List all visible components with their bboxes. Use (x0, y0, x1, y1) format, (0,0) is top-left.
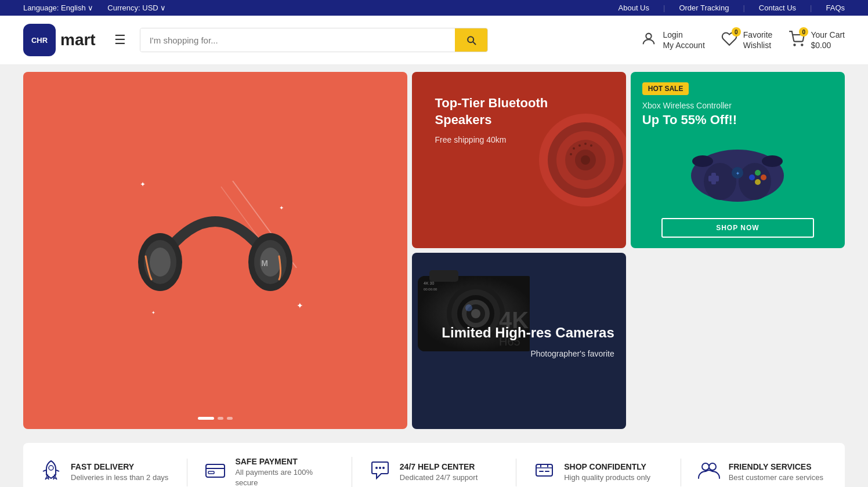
svg-point-34 (749, 175, 755, 180)
svg-text:4K 30: 4K 30 (424, 281, 434, 285)
card-icon (204, 459, 227, 486)
hero-banner[interactable]: ✦ ✦ ✦ ✦ (23, 72, 407, 429)
svg-text:✦: ✦ (140, 180, 146, 188)
bluetooth-subtitle: Free shipping 40km (435, 135, 603, 144)
header-actions: Login My Account 0 Favorite Wishlist (641, 30, 845, 50)
rocket-icon (39, 459, 63, 486)
svg-point-59 (379, 467, 381, 469)
chat-icon (368, 459, 392, 486)
svg-point-63 (709, 463, 716, 470)
features-strip: FAST DELIVERY Deliveries in less than 2 … (23, 443, 845, 487)
svg-point-1 (794, 44, 795, 45)
top-bar-left: Language: English ∨ Currency: USD ∨ (23, 3, 166, 12)
friendly-services-title: FRIENDLY SERVICES (729, 462, 823, 471)
header: CHR mart ☰ Login My Account (0, 16, 868, 65)
svg-text:✦: ✦ (279, 205, 284, 211)
shield-icon (533, 459, 556, 486)
controller-image: ✦ (679, 132, 795, 208)
help-center-title: 24/7 HELP CENTER (400, 462, 478, 471)
svg-point-29 (739, 163, 771, 200)
feature-fast-delivery: FAST DELIVERY Deliveries in less than 2 … (23, 459, 187, 486)
cart-badge: 0 (799, 27, 808, 37)
svg-text:✦: ✦ (736, 171, 740, 176)
shop-confidently-title: SHOP CONFIDENTLY (564, 462, 650, 471)
cart-action[interactable]: 0 Your Cart $0.00 (789, 30, 845, 50)
logo[interactable]: CHR mart (23, 24, 96, 56)
bluetooth-title: Top-Tier Bluetooth Speakers (435, 95, 603, 128)
svg-point-54 (49, 466, 53, 470)
cameras-title: Limited High-res Cameras (442, 324, 614, 341)
logo-text: mart (60, 31, 96, 49)
shop-confidently-desc: High quality products only (564, 473, 650, 483)
feature-shop-confidently: SHOP CONFIDENTLY High quality products o… (516, 459, 681, 486)
svg-text:✦: ✦ (296, 301, 303, 310)
svg-rect-31 (708, 176, 719, 181)
svg-point-21 (581, 155, 590, 165)
fast-delivery-title: FAST DELIVERY (71, 462, 168, 471)
order-tracking-link[interactable]: Order Tracking (679, 3, 729, 12)
svg-point-35 (755, 179, 761, 185)
svg-point-48 (465, 304, 472, 311)
account-action[interactable]: Login My Account (641, 30, 704, 50)
search-button[interactable] (455, 28, 487, 52)
svg-text:M: M (261, 259, 268, 268)
side-banners: Top-Tier Bluetooth Speakers Free shippin… (412, 72, 845, 429)
account-icon (641, 31, 657, 49)
search-input[interactable] (140, 28, 455, 52)
svg-point-2 (802, 44, 803, 45)
feature-help-center: 24/7 HELP CENTER Dedicated 24/7 support (352, 459, 516, 486)
contact-us-link[interactable]: Contact Us (759, 3, 796, 12)
safe-payment-title: SAFE PAYMENT (235, 457, 335, 466)
friendly-services-desc: Best customer care services (729, 473, 823, 483)
svg-point-0 (646, 34, 652, 39)
shop-now-button[interactable]: SHOP NOW (661, 218, 814, 238)
headset-image: ✦ ✦ ✦ ✦ (117, 152, 314, 349)
controller-title: Xbox Wireless Controller (642, 101, 833, 110)
controller-discount: Up To 55% Off!! (642, 112, 833, 128)
wishlist-badge: 0 (732, 27, 741, 37)
hamburger-menu[interactable]: ☰ (114, 32, 126, 48)
help-center-desc: Dedicated 24/7 support (400, 473, 478, 483)
banner-area: ✦ ✦ ✦ ✦ (0, 65, 868, 436)
svg-point-38 (692, 155, 713, 167)
search-icon (465, 34, 477, 46)
svg-rect-49 (429, 270, 458, 282)
about-us-link[interactable]: About Us (619, 3, 649, 12)
cameras-subtitle: Photographer's favorite (442, 349, 614, 358)
bluetooth-banner[interactable]: Top-Tier Bluetooth Speakers Free shippin… (412, 72, 626, 248)
svg-rect-55 (206, 464, 225, 477)
svg-text:00:00:00: 00:00:00 (424, 288, 437, 291)
feature-safe-payment: SAFE PAYMENT All payments are 100% secur… (187, 457, 352, 487)
top-bar-right: About Us | Order Tracking | Contact Us |… (619, 3, 845, 12)
logo-icon: CHR (23, 24, 56, 56)
svg-point-47 (471, 309, 480, 318)
svg-point-33 (761, 175, 766, 180)
svg-point-58 (375, 467, 378, 469)
svg-rect-57 (208, 471, 214, 474)
fast-delivery-desc: Deliveries in less than 2 days (71, 473, 168, 483)
safe-payment-desc: All payments are 100% secure (235, 467, 335, 487)
svg-point-60 (382, 467, 385, 469)
hot-sale-badge: HOT SALE (642, 82, 689, 95)
svg-point-62 (702, 463, 709, 470)
people-icon (697, 459, 721, 486)
svg-text:✦: ✦ (151, 310, 155, 315)
language-selector[interactable]: Language: English ∨ (23, 3, 93, 12)
top-bar: Language: English ∨ Currency: USD ∨ Abou… (0, 0, 868, 16)
cameras-banner[interactable]: 4K 30 00:00:00 4K H65 Limited High-res C… (412, 253, 626, 429)
search-bar (140, 28, 488, 52)
wishlist-action[interactable]: 0 Favorite Wishlist (721, 30, 773, 50)
currency-selector[interactable]: Currency: USD ∨ (107, 3, 166, 12)
svg-point-39 (762, 155, 783, 167)
svg-point-11 (150, 248, 171, 277)
controller-banner[interactable]: HOT SALE Xbox Wireless Controller Up To … (631, 72, 845, 248)
feature-friendly-services: FRIENDLY SERVICES Best customer care ser… (681, 459, 845, 486)
svg-point-28 (704, 163, 736, 200)
faqs-link[interactable]: FAQs (826, 3, 845, 12)
svg-point-32 (755, 170, 761, 176)
svg-rect-61 (536, 464, 552, 476)
